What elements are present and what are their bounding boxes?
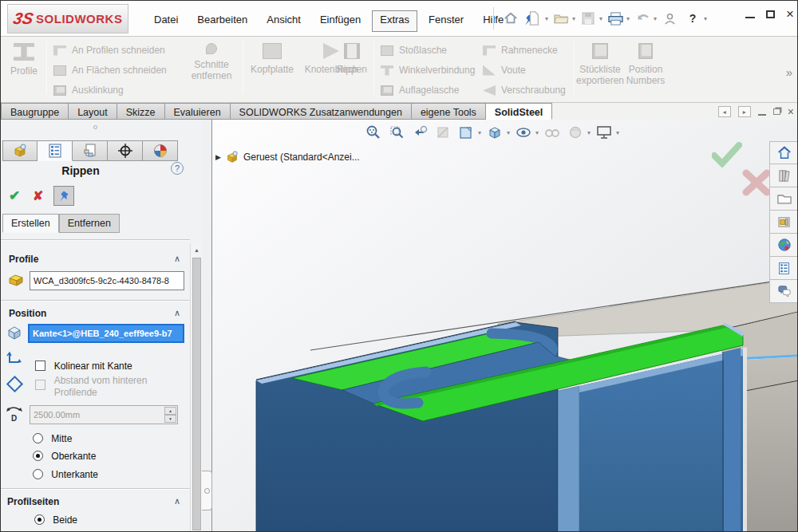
tab-eigene-tools[interactable]: eigene Tools — [412, 103, 486, 120]
menu-fenster[interactable]: Fenster — [421, 10, 472, 32]
new-dropdown-icon[interactable]: ▾ — [545, 15, 548, 22]
file-explorer-icon[interactable] — [769, 187, 798, 211]
doc-next-icon[interactable]: ▸ — [738, 106, 751, 117]
distance-spinner-field[interactable]: 2500.00mm ▲ ▼ — [30, 405, 178, 424]
ribbon-an-profilen-schneiden[interactable]: An Profilen schneiden — [53, 43, 167, 57]
scrollbar-thumb[interactable] — [192, 258, 201, 530]
pm-cancel-icon[interactable]: ✘ — [33, 188, 43, 203]
maximize-icon[interactable] — [766, 10, 775, 18]
menu-bearbeiten[interactable]: Bearbeiten — [189, 10, 255, 32]
scene-dropdown-icon[interactable]: ▾ — [587, 129, 591, 136]
profile-section-header[interactable]: Profile — [9, 254, 38, 265]
ribbon-rippen[interactable]: Rippen — [333, 43, 371, 75]
spin-up-icon[interactable]: ▲ — [164, 407, 176, 415]
tab-skizze[interactable]: Skizze — [117, 103, 165, 120]
home-icon[interactable] — [500, 8, 521, 29]
ribbon-stosslasche[interactable]: Stoßlasche — [381, 43, 475, 57]
custom-properties-icon[interactable] — [769, 257, 798, 280]
appearance-icon[interactable] — [456, 122, 476, 143]
colinear-checkbox[interactable] — [35, 361, 45, 371]
print-icon[interactable] — [605, 8, 626, 29]
ribbon-rahmenecke[interactable]: Rahmenecke — [483, 43, 566, 57]
help-icon[interactable]: ? — [682, 8, 703, 29]
feature-tree-root[interactable]: ▶ Geruest (Standard<Anzei... — [215, 150, 360, 164]
ribbon-auflagelasche[interactable]: Auflagelasche — [381, 83, 475, 97]
mode-tab-entfernen[interactable]: Entfernen — [59, 214, 120, 233]
zoom-to-fit-icon[interactable] — [364, 122, 383, 143]
radio-mitte[interactable]: Mitte — [33, 432, 72, 444]
abstand-checkbox[interactable] — [35, 380, 45, 390]
view-settings-dropdown-icon[interactable]: ▾ — [616, 129, 619, 136]
panel-splitter[interactable] — [202, 120, 212, 532]
new-document-icon[interactable] — [523, 8, 544, 29]
pm-help-icon[interactable]: ? — [171, 162, 184, 175]
profilseiten-collapse-icon[interactable]: ∧ — [174, 496, 180, 506]
profile-value-field[interactable]: WCA_d3d09fc5-9c2c-4430-8478-8 — [30, 271, 184, 290]
ribbon-winkelverbindung[interactable]: Winkelverbindung — [381, 63, 475, 77]
radio-unterkante[interactable]: Unterkante — [33, 468, 98, 480]
undo-icon[interactable] — [632, 8, 653, 29]
radio-beide[interactable]: Beide — [34, 514, 77, 526]
appearance-dropdown-icon[interactable]: ▾ — [478, 129, 481, 136]
doc-minimize-icon[interactable] — [758, 114, 766, 116]
tree-expand-icon[interactable]: ▶ — [215, 153, 221, 161]
scrollbar-up-icon[interactable]: ▲ — [191, 244, 203, 256]
confirmation-cancel-icon[interactable] — [742, 169, 771, 199]
ribbon-verschraubung[interactable]: Verschraubung — [483, 83, 566, 97]
zoom-to-area-icon[interactable] — [387, 122, 406, 143]
menu-einfuegen[interactable]: Einfügen — [312, 10, 369, 32]
user-account-icon[interactable] — [659, 8, 680, 29]
ribbon-overflow-icon[interactable]: » — [786, 65, 792, 79]
home-taskpane-icon[interactable] — [769, 141, 798, 164]
print-dropdown-icon[interactable]: ▾ — [626, 15, 630, 22]
spin-down-icon[interactable]: ▼ — [164, 415, 176, 423]
profile-collapse-icon[interactable]: ∧ — [174, 254, 180, 264]
ribbon-ausklinkung[interactable]: Ausklinkung — [53, 83, 167, 97]
previous-view-icon[interactable] — [410, 122, 429, 143]
tab-displaymanager[interactable] — [143, 140, 178, 161]
view-settings-icon[interactable] — [595, 122, 614, 143]
undo-dropdown-icon[interactable]: ▾ — [654, 15, 657, 22]
doc-restore-icon[interactable] — [773, 108, 780, 115]
ribbon-voute[interactable]: Voute — [483, 63, 566, 77]
menu-datei[interactable]: Datei — [146, 10, 186, 32]
minimize-icon[interactable] — [745, 17, 755, 18]
position-edge-field[interactable]: Kante<1>@HEB_240_eeff9ee9-b7 — [28, 324, 184, 343]
save-icon[interactable] — [578, 8, 598, 29]
forum-chat-icon[interactable] — [769, 280, 798, 303]
confirmation-ok-icon[interactable] — [712, 142, 742, 171]
graphics-viewport[interactable]: ▾ ▾ ▾ ▾ ▾ ▶ — [212, 120, 798, 532]
tree-node-label[interactable]: Geruest (Standard<Anzei... — [243, 152, 360, 163]
internet-globe-icon[interactable] — [769, 234, 798, 257]
tab-propertymanager[interactable] — [38, 140, 73, 161]
display-style-dropdown-icon[interactable]: ▾ — [535, 129, 539, 136]
ribbon-schnitte-entfernen[interactable]: Schnitte entfernen — [183, 43, 240, 82]
pm-ok-icon[interactable]: ✔ — [9, 187, 20, 204]
section-view-icon[interactable] — [433, 122, 452, 143]
help-dropdown-icon[interactable]: ▾ — [704, 15, 707, 22]
design-library-icon[interactable] — [769, 164, 798, 187]
menu-extras[interactable]: Extras — [372, 10, 417, 32]
tab-zusatzanwendungen[interactable]: SOLIDWORKS Zusatzanwendungen — [231, 103, 412, 120]
splitter-handle[interactable] — [202, 471, 212, 510]
close-icon[interactable]: × — [786, 9, 794, 20]
mode-tab-erstellen[interactable]: Erstellen — [2, 214, 59, 233]
viewport-3d-scene[interactable] — [212, 120, 798, 532]
position-collapse-icon[interactable]: ∧ — [174, 308, 180, 318]
open-dropdown-icon[interactable]: ▾ — [572, 15, 575, 22]
pm-scrollbar[interactable]: ▲ — [190, 244, 202, 532]
ribbon-kopfplatte[interactable]: Kopfplatte — [247, 43, 298, 75]
save-dropdown-icon[interactable]: ▾ — [599, 15, 602, 22]
display-style-icon[interactable] — [514, 122, 533, 143]
ribbon-stueckliste-exportieren[interactable]: Stückliste exportieren — [572, 43, 628, 87]
tab-featuremanager-tree[interactable] — [2, 140, 38, 161]
tab-dimxpert[interactable] — [108, 140, 143, 161]
position-section-header[interactable]: Position — [9, 308, 46, 319]
tab-baugruppe[interactable]: Baugruppe — [1, 103, 69, 120]
tab-layout[interactable]: Layout — [69, 103, 117, 120]
solidsteel-tools-icon[interactable] — [769, 211, 798, 234]
ribbon-an-flaechen-schneiden[interactable]: An Flächen schneiden — [53, 63, 167, 77]
doc-prev-icon[interactable]: ◂ — [718, 106, 731, 117]
open-icon[interactable] — [551, 8, 571, 29]
tab-solidsteel[interactable]: SolidSteel — [486, 103, 552, 120]
